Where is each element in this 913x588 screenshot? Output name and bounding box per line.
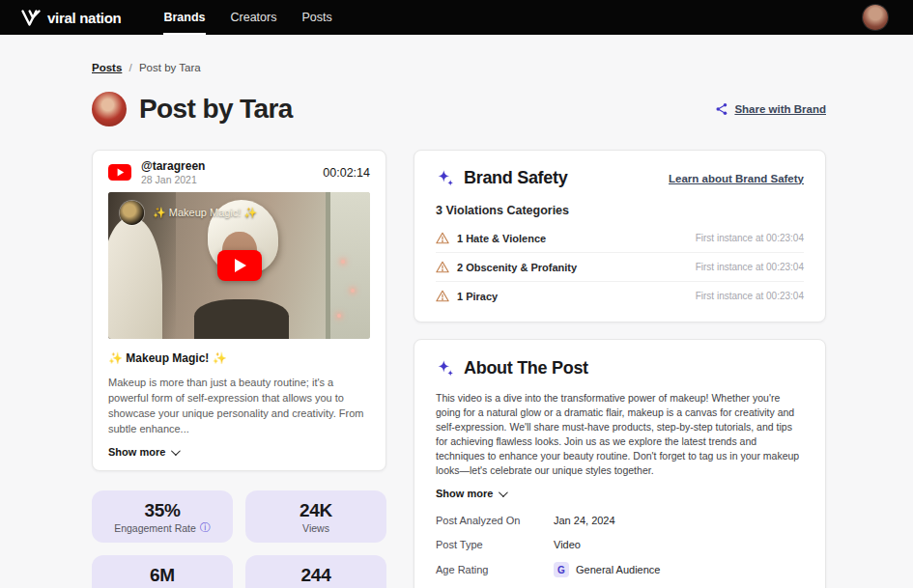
ai-sparkle-icon <box>436 359 455 378</box>
string-light-decoration <box>337 314 341 318</box>
post-description: Makeup is more than just a beauty routin… <box>108 375 370 436</box>
breadcrumb: Posts / Post by Tara <box>92 62 826 73</box>
top-navbar: viral nation Brands Creators Posts <box>0 0 913 35</box>
thumbnail-overlay: ✨ Makeup Magic! ✨ <box>120 201 257 225</box>
share-with-brand-label: Share with Brand <box>734 103 826 115</box>
chevron-down-icon <box>499 488 508 497</box>
brand-safety-title: Brand Safety <box>464 168 567 188</box>
violations-list: 1 Hate & Violence First instance at 00:2… <box>436 224 804 310</box>
breadcrumb-current: Post by Tara <box>139 62 201 73</box>
brand-safety-card: Brand Safety Learn about Brand Safety 3 … <box>414 150 826 322</box>
post-card: @taragreen 28 Jan 2021 00:02:14 <box>92 150 386 471</box>
stat-value: 6M <box>150 565 175 586</box>
violation-label: 1 Hate & Violence <box>457 233 546 244</box>
stat-label: Engagement Rate <box>114 522 196 534</box>
violation-row-hate-violence[interactable]: 1 Hate & Violence First instance at 00:2… <box>436 224 804 253</box>
warning-triangle-icon <box>436 232 449 244</box>
field-label: Age Rating <box>436 564 554 575</box>
main-nav: Brands Creators Posts <box>163 0 331 35</box>
play-triangle-icon <box>235 259 246 272</box>
post-card-header: @taragreen 28 Jan 2021 00:02:14 <box>93 151 385 192</box>
nav-tab-posts[interactable]: Posts <box>301 0 331 35</box>
channel-avatar <box>120 201 144 225</box>
violation-label: 2 Obscenity & Profanity <box>457 262 577 273</box>
stat-value: 35% <box>144 500 180 521</box>
youtube-icon <box>108 164 131 181</box>
violation-instance: First instance at 00:23:04 <box>696 262 804 272</box>
stats-grid: 35% Engagement Rate ⓘ 24K Views 6M Likes… <box>92 490 386 588</box>
info-icon[interactable]: ⓘ <box>200 522 211 533</box>
thumbnail-body <box>194 299 289 339</box>
field-value: Video <box>554 539 581 550</box>
about-show-more-button[interactable]: Show more <box>436 488 804 499</box>
post-date: 28 Jan 2021 <box>141 174 205 185</box>
learn-about-brand-safety-link[interactable]: Learn about Brand Safety <box>669 173 804 184</box>
logo-text: viral nation <box>47 10 121 26</box>
about-the-post-title: About The Post <box>464 358 588 378</box>
stat-likes: 6M Likes <box>92 555 233 588</box>
warning-triangle-icon <box>436 290 449 302</box>
violation-row-piracy[interactable]: 1 Piracy First instance at 00:23:04 <box>436 282 804 310</box>
warning-triangle-icon <box>436 261 449 273</box>
share-with-brand-button[interactable]: Share with Brand <box>715 102 826 116</box>
stat-comments: 244 Comments <box>245 555 386 588</box>
violation-instance: First instance at 00:23:04 <box>696 233 804 243</box>
post-show-more-button[interactable]: Show more <box>108 446 370 458</box>
violation-row-obscenity-profanity[interactable]: 2 Obscenity & Profanity First instance a… <box>436 253 804 282</box>
post-metadata-fields: Post Analyzed On Jan 24, 2024 Post Type … <box>436 514 804 588</box>
viral-nation-logo-icon <box>21 10 41 26</box>
violations-categories-subtitle: 3 Violations Categories <box>436 204 804 217</box>
field-value: Jan 24, 2024 <box>554 515 615 526</box>
stat-engagement-rate: 35% Engagement Rate ⓘ <box>92 490 233 543</box>
violation-label: 1 Piracy <box>457 291 498 302</box>
viral-nation-logo[interactable]: viral nation <box>21 0 121 35</box>
string-light-decoration <box>341 260 345 264</box>
page-title: Post by Tara <box>139 94 293 125</box>
breadcrumb-posts-link[interactable]: Posts <box>92 62 122 73</box>
age-rating-g-badge: G <box>554 562 569 577</box>
breadcrumb-separator: / <box>129 62 132 73</box>
about-post-description: This video is a dive into the transforma… <box>436 391 804 478</box>
main-content: Posts / Post by Tara Post by Tara Share … <box>92 62 826 588</box>
post-card-body: ✨ Makeup Magic! ✨ Makeup is more than ju… <box>93 339 385 470</box>
string-light-decoration <box>351 289 355 293</box>
field-row-post-type: Post Type Video <box>436 538 804 551</box>
show-more-label: Show more <box>108 446 165 458</box>
video-overlay-title: ✨ Makeup Magic! ✨ <box>153 207 257 219</box>
post-duration: 00:02:14 <box>323 166 370 180</box>
show-more-label: Show more <box>436 488 493 499</box>
about-the-post-card: About The Post This video is a dive into… <box>414 339 826 588</box>
tara-avatar <box>92 92 127 126</box>
violation-instance: First instance at 00:23:04 <box>696 291 804 301</box>
nav-tab-creators[interactable]: Creators <box>231 0 277 35</box>
post-handle: @taragreen <box>141 159 205 173</box>
field-label: Post Type <box>436 539 554 550</box>
youtube-play-button[interactable] <box>217 250 262 281</box>
nav-tab-brands[interactable]: Brands <box>163 0 205 35</box>
ai-sparkle-icon <box>436 169 455 188</box>
stat-value: 24K <box>300 500 332 521</box>
thumbnail-wall-decoration <box>326 192 370 339</box>
stat-label: Views <box>302 522 329 534</box>
stat-views: 24K Views <box>245 490 386 543</box>
post-title: ✨ Makeup Magic! ✨ <box>108 351 370 365</box>
page-header: Post by Tara Share with Brand <box>92 92 826 126</box>
chevron-down-icon <box>171 446 181 456</box>
field-row-post-analyzed-on: Post Analyzed On Jan 24, 2024 <box>436 514 804 527</box>
video-thumbnail[interactable]: ✨ Makeup Magic! ✨ <box>108 192 370 339</box>
field-value: General Audience <box>576 564 660 575</box>
user-avatar[interactable] <box>863 5 888 30</box>
share-nodes-icon <box>715 102 728 116</box>
stat-value: 244 <box>301 565 331 586</box>
field-row-age-rating: Age Rating G General Audience <box>436 562 804 577</box>
field-label: Post Analyzed On <box>436 515 554 526</box>
